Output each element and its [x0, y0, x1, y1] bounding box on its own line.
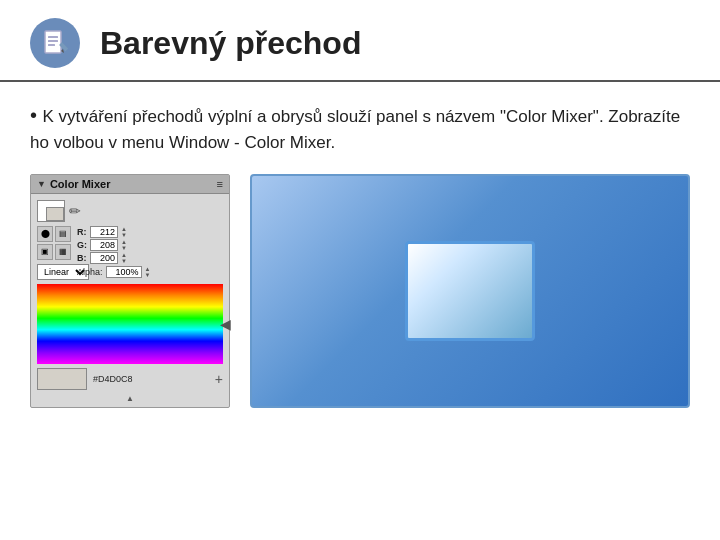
g-arrows[interactable]: ▲▼ — [121, 239, 127, 251]
header: Barevný přechod — [0, 0, 720, 82]
gradient-preview-panel — [250, 174, 690, 408]
g-value-input[interactable] — [90, 239, 118, 251]
body-bullet-text: K vytváření přechodů výplní a obrysů slo… — [30, 100, 690, 156]
color-gradient-bar[interactable] — [37, 284, 223, 364]
left-col: ⬤ ▤ ▣ ▦ Linear Radial — [37, 226, 73, 280]
bottom-swatch-row: #D4D0C8 + — [37, 368, 223, 392]
icons-row: ⬤ ▤ — [37, 226, 73, 242]
gradient-icon[interactable]: ▦ — [55, 244, 71, 260]
g-label: G: — [77, 240, 87, 250]
svg-rect-3 — [48, 44, 55, 46]
sliders-icon[interactable]: ▤ — [55, 226, 71, 242]
r-slider-row: R: ▲▼ — [77, 226, 223, 238]
b-label: B: — [77, 253, 87, 263]
document-icon — [41, 29, 69, 57]
panels-row: ▼ Color Mixer ≡ ✏ — [30, 174, 690, 408]
hex-color-swatch[interactable] — [37, 368, 87, 390]
b-value-input[interactable] — [90, 252, 118, 264]
b-arrows[interactable]: ▲▼ — [121, 252, 127, 264]
r-value-input[interactable] — [90, 226, 118, 238]
main-content: Barevný přechod K vytváření přechodů výp… — [0, 0, 720, 540]
square-icon[interactable]: ▣ — [37, 244, 53, 260]
gradient-bar-container: ◀ — [37, 284, 223, 364]
svg-rect-1 — [48, 36, 58, 38]
b-slider-row: B: ▲▼ — [77, 252, 223, 264]
color-mixer-title: Color Mixer — [50, 178, 111, 190]
titlebar-menu-icon: ≡ — [217, 178, 223, 190]
alpha-row: Alpha: ▲▼ — [77, 266, 223, 278]
add-color-button[interactable]: + — [215, 371, 223, 387]
svg-rect-2 — [48, 40, 58, 42]
r-arrows[interactable]: ▲▼ — [121, 226, 127, 238]
tools-row: ✏ — [37, 200, 223, 222]
scroll-bottom-arrow[interactable]: ▲ — [37, 394, 223, 403]
g-slider-row: G: ▲▼ — [77, 239, 223, 251]
body-content: K vytváření přechodů výplní a obrysů slo… — [0, 82, 720, 426]
header-icon — [30, 18, 80, 68]
sliders-section: ⬤ ▤ ▣ ▦ Linear Radial — [37, 226, 223, 280]
dropdown-row: Linear Radial — [37, 264, 73, 280]
hex-color-label: #D4D0C8 — [93, 374, 133, 384]
gradient-inner-preview — [405, 241, 535, 341]
swatch-inner — [46, 207, 64, 221]
alpha-arrows[interactable]: ▲▼ — [145, 266, 151, 278]
alpha-value-input[interactable] — [106, 266, 142, 278]
titlebar-arrow-icon: ▼ — [37, 179, 46, 189]
page-title: Barevný přechod — [100, 25, 361, 62]
right-col: R: ▲▼ G: ▲▼ B: — [77, 226, 223, 280]
color-wheel-icon[interactable]: ⬤ — [37, 226, 53, 242]
swatch-box[interactable] — [37, 200, 65, 222]
alpha-label: Alpha: — [77, 267, 103, 277]
icons-row-2: ▣ ▦ — [37, 244, 73, 260]
gradient-arrow-icon: ◀ — [220, 316, 231, 332]
color-mixer-body: ✏ ⬤ ▤ ▣ ▦ — [31, 194, 229, 407]
color-mixer-panel: ▼ Color Mixer ≡ ✏ — [30, 174, 230, 408]
color-mixer-titlebar: ▼ Color Mixer ≡ — [31, 175, 229, 194]
pencil-icon[interactable]: ✏ — [69, 203, 81, 219]
r-label: R: — [77, 227, 87, 237]
